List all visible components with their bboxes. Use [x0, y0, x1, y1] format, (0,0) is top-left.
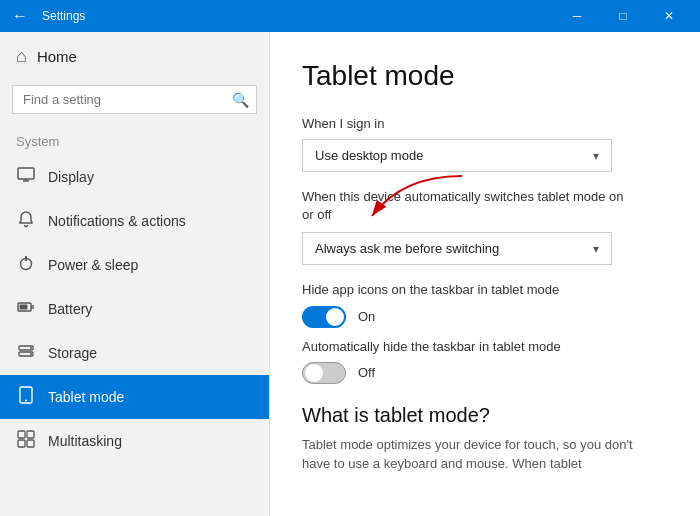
search-icon: 🔍 — [232, 92, 249, 108]
page-title: Tablet mode — [302, 60, 668, 92]
auto-hide-track — [302, 362, 346, 384]
hide-icons-section: Hide app icons on the taskbar in tablet … — [302, 281, 668, 327]
sidebar-item-display-label: Display — [48, 169, 94, 185]
titlebar-title: Settings — [42, 9, 554, 23]
signin-dropdown-arrow: ▾ — [593, 149, 599, 163]
battery-icon — [16, 298, 36, 320]
sidebar-item-tablet[interactable]: Tablet mode — [0, 375, 269, 419]
auto-hide-thumb — [305, 364, 323, 382]
svg-rect-16 — [27, 431, 34, 438]
signin-dropdown[interactable]: Use desktop mode ▾ — [302, 139, 612, 172]
hide-icons-row: On — [302, 306, 668, 328]
sidebar-item-notifications[interactable]: Notifications & actions — [0, 199, 269, 243]
maximize-button[interactable]: □ — [600, 0, 646, 32]
sidebar-item-battery[interactable]: Battery — [0, 287, 269, 331]
sidebar-section-label: System — [0, 126, 269, 155]
what-is-title: What is tablet mode? — [302, 404, 668, 427]
svg-rect-15 — [18, 431, 25, 438]
window-controls: ─ □ ✕ — [554, 0, 692, 32]
sidebar-item-multitasking-label: Multitasking — [48, 433, 122, 449]
display-icon — [16, 166, 36, 188]
close-button[interactable]: ✕ — [646, 0, 692, 32]
search-box: 🔍 — [12, 85, 257, 114]
auto-hide-state: Off — [358, 365, 375, 380]
sidebar: ⌂ Home 🔍 System Display Notifications & … — [0, 32, 270, 516]
svg-rect-18 — [27, 440, 34, 447]
sidebar-item-storage-label: Storage — [48, 345, 97, 361]
svg-rect-0 — [18, 168, 34, 179]
sidebar-item-power-label: Power & sleep — [48, 257, 138, 273]
auto-hide-row: Off — [302, 362, 668, 384]
hide-icons-toggle[interactable] — [302, 306, 346, 328]
what-is-text: Tablet mode optimizes your device for to… — [302, 435, 662, 474]
search-input[interactable] — [12, 85, 257, 114]
switch-description: When this device automatically switches … — [302, 188, 632, 224]
svg-point-12 — [30, 353, 32, 355]
svg-rect-17 — [18, 440, 25, 447]
switch-dropdown-text: Always ask me before switching — [315, 241, 499, 256]
switch-dropdown-arrow: ▾ — [593, 242, 599, 256]
sidebar-item-multitasking[interactable]: Multitasking — [0, 419, 269, 463]
titlebar: ← Settings ─ □ ✕ — [0, 0, 700, 32]
hide-icons-state: On — [358, 309, 375, 324]
svg-point-14 — [25, 400, 27, 402]
home-icon: ⌂ — [16, 46, 27, 67]
back-button[interactable]: ← — [8, 4, 32, 28]
tablet-icon — [16, 386, 36, 408]
content-area: Tablet mode When I sign in Use desktop m… — [270, 32, 700, 516]
sidebar-item-power[interactable]: Power & sleep — [0, 243, 269, 287]
minimize-button[interactable]: ─ — [554, 0, 600, 32]
signin-label: When I sign in — [302, 116, 668, 131]
signin-dropdown-container: Use desktop mode ▾ — [302, 139, 668, 172]
multitasking-icon — [16, 430, 36, 452]
signin-dropdown-text: Use desktop mode — [315, 148, 423, 163]
hide-icons-label: Hide app icons on the taskbar in tablet … — [302, 281, 632, 299]
hide-icons-thumb — [326, 308, 344, 326]
sidebar-item-notifications-label: Notifications & actions — [48, 213, 186, 229]
main-container: ⌂ Home 🔍 System Display Notifications & … — [0, 32, 700, 516]
switch-dropdown[interactable]: Always ask me before switching ▾ — [302, 232, 612, 265]
notifications-icon — [16, 210, 36, 232]
sidebar-home-label: Home — [37, 48, 77, 65]
svg-point-11 — [30, 347, 32, 349]
sidebar-item-battery-label: Battery — [48, 301, 92, 317]
sidebar-home[interactable]: ⌂ Home — [0, 32, 269, 81]
svg-rect-8 — [20, 305, 28, 310]
hide-icons-track — [302, 306, 346, 328]
power-icon — [16, 254, 36, 276]
sidebar-item-storage[interactable]: Storage — [0, 331, 269, 375]
auto-hide-label: Automatically hide the taskbar in tablet… — [302, 338, 632, 356]
storage-icon — [16, 342, 36, 364]
sidebar-item-tablet-label: Tablet mode — [48, 389, 124, 405]
auto-hide-toggle[interactable] — [302, 362, 346, 384]
auto-hide-section: Automatically hide the taskbar in tablet… — [302, 338, 668, 384]
sidebar-item-display[interactable]: Display — [0, 155, 269, 199]
